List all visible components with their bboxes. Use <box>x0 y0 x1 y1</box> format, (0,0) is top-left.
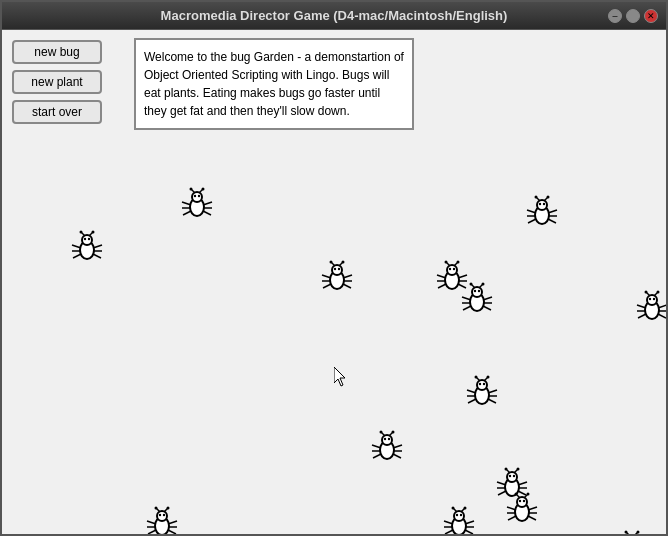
svg-point-146 <box>515 493 518 496</box>
svg-point-7 <box>202 188 205 191</box>
svg-point-3 <box>198 195 200 197</box>
svg-line-13 <box>203 211 211 215</box>
svg-point-128 <box>509 475 511 477</box>
svg-point-127 <box>507 472 517 482</box>
svg-point-77 <box>547 196 550 199</box>
bug-0 <box>177 185 217 225</box>
bug-5 <box>522 193 562 233</box>
svg-line-167 <box>465 530 473 534</box>
svg-point-119 <box>392 431 395 434</box>
svg-point-104 <box>475 376 478 379</box>
svg-point-143 <box>523 500 525 502</box>
svg-point-30 <box>334 268 336 270</box>
svg-point-188 <box>625 531 628 534</box>
info-box: Welcome to the bug Garden - a demonstart… <box>134 38 414 130</box>
svg-point-142 <box>519 500 521 502</box>
svg-point-90 <box>645 291 648 294</box>
svg-point-43 <box>447 265 457 275</box>
bug-2 <box>317 258 357 298</box>
bug-1 <box>67 228 107 268</box>
svg-line-24 <box>73 254 81 258</box>
svg-point-129 <box>513 475 515 477</box>
bug-13 <box>612 528 652 534</box>
svg-point-118 <box>380 431 383 434</box>
svg-point-161 <box>464 507 467 510</box>
svg-point-99 <box>477 380 487 390</box>
svg-line-52 <box>438 284 446 288</box>
svg-point-63 <box>482 283 485 286</box>
svg-point-2 <box>194 195 196 197</box>
main-window: Macromedia Director Game (D4-mac/Macinto… <box>0 0 668 536</box>
svg-point-72 <box>539 203 541 205</box>
svg-point-20 <box>80 231 83 234</box>
svg-point-133 <box>517 468 520 471</box>
svg-line-38 <box>323 284 331 288</box>
svg-point-21 <box>92 231 95 234</box>
svg-point-35 <box>342 261 345 264</box>
bug-6 <box>632 288 666 328</box>
svg-line-178 <box>148 530 156 534</box>
svg-line-125 <box>393 454 401 458</box>
svg-line-150 <box>508 516 516 520</box>
svg-point-156 <box>456 514 458 516</box>
maximize-button[interactable] <box>626 9 640 23</box>
new-plant-button[interactable]: new plant <box>12 70 102 94</box>
game-content: new bug new plant start over Welcome to … <box>2 30 666 534</box>
bug-8 <box>367 428 407 468</box>
svg-line-181 <box>168 530 176 534</box>
svg-point-147 <box>527 493 530 496</box>
bug-12 <box>142 504 182 534</box>
svg-point-132 <box>505 468 508 471</box>
svg-line-83 <box>548 219 556 223</box>
svg-point-86 <box>649 298 651 300</box>
svg-point-1 <box>192 192 202 202</box>
svg-line-66 <box>463 306 471 310</box>
svg-point-16 <box>84 238 86 240</box>
svg-point-87 <box>653 298 655 300</box>
svg-line-94 <box>638 314 646 318</box>
svg-point-85 <box>647 295 657 305</box>
title-bar: Macromedia Director Game (D4-mac/Macinto… <box>2 2 666 30</box>
info-text: Welcome to the bug Garden - a demonstart… <box>144 50 404 118</box>
svg-point-59 <box>478 290 480 292</box>
svg-point-48 <box>445 261 448 264</box>
bug-10 <box>502 490 542 530</box>
svg-point-57 <box>472 287 482 297</box>
bug-11 <box>439 504 479 534</box>
svg-point-155 <box>454 511 464 521</box>
minimize-button[interactable]: – <box>608 9 622 23</box>
svg-point-175 <box>167 507 170 510</box>
start-over-button[interactable]: start over <box>12 100 102 124</box>
svg-point-100 <box>479 383 481 385</box>
svg-point-171 <box>163 514 165 516</box>
svg-line-111 <box>488 399 496 403</box>
svg-point-157 <box>460 514 462 516</box>
svg-point-31 <box>338 268 340 270</box>
svg-line-80 <box>528 219 536 223</box>
svg-point-101 <box>483 383 485 385</box>
svg-point-174 <box>155 507 158 510</box>
bug-7 <box>462 373 502 413</box>
svg-point-15 <box>82 235 92 245</box>
svg-point-189 <box>637 531 640 534</box>
close-button[interactable]: ✕ <box>644 9 658 23</box>
window-controls: – ✕ <box>608 9 658 23</box>
svg-line-108 <box>468 399 476 403</box>
new-bug-button[interactable]: new bug <box>12 40 102 64</box>
svg-point-115 <box>388 438 390 440</box>
svg-point-76 <box>535 196 538 199</box>
svg-point-6 <box>190 188 193 191</box>
svg-point-105 <box>487 376 490 379</box>
svg-line-41 <box>343 284 351 288</box>
svg-line-153 <box>528 516 536 520</box>
svg-point-114 <box>384 438 386 440</box>
svg-point-160 <box>452 507 455 510</box>
svg-point-62 <box>470 283 473 286</box>
svg-point-44 <box>449 268 451 270</box>
bug-4 <box>457 280 497 320</box>
svg-line-97 <box>658 314 666 318</box>
sidebar: new bug new plant start over <box>12 40 102 124</box>
svg-point-45 <box>453 268 455 270</box>
svg-line-10 <box>183 211 191 215</box>
window-title: Macromedia Director Game (D4-mac/Macinto… <box>161 8 508 23</box>
